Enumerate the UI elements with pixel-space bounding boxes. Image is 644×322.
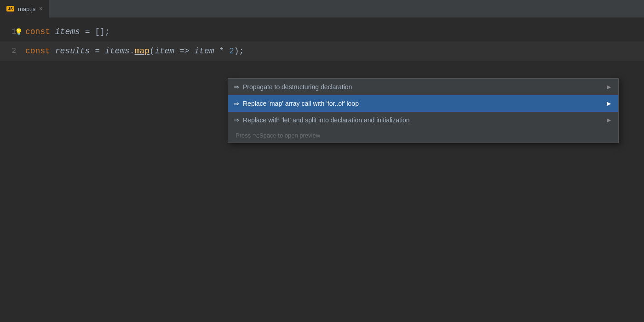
- menu-item-replace-let[interactable]: ⇒ Replace with 'let' and split into decl…: [228, 112, 618, 128]
- menu-label-propagate: Propagate to destructuring declaration: [243, 83, 352, 91]
- refactor-icon-2: ⇒: [234, 100, 239, 107]
- param-item-1: item: [155, 46, 174, 56]
- menu-label-replace-map: Replace 'map' array call with 'for..of' …: [243, 100, 359, 107]
- paren-open: (: [150, 46, 155, 56]
- param-item-2: item: [194, 46, 214, 56]
- op-assign-1: =: [80, 27, 95, 36]
- semi-1: ;: [105, 27, 110, 36]
- var-items-ref: items: [105, 46, 130, 56]
- op-assign-2: =: [90, 46, 104, 56]
- op-arrow: =>: [174, 46, 194, 56]
- op-multiply: *: [214, 46, 229, 56]
- code-line-2: 2 const results = items.map(item => item…: [0, 41, 644, 61]
- chevron-right-1: ▶: [607, 84, 611, 90]
- var-items: items: [55, 27, 80, 36]
- refactor-icon-3: ⇒: [234, 116, 239, 124]
- op-dot: .: [130, 46, 135, 56]
- chevron-right-2: ▶: [607, 100, 611, 107]
- menu-label-replace-let: Replace with 'let' and split into declar…: [243, 116, 410, 124]
- close-icon[interactable]: ×: [39, 6, 42, 12]
- menu-item-replace-map[interactable]: ⇒ Replace 'map' array call with 'for..of…: [228, 95, 618, 112]
- paren-close: ): [234, 46, 239, 56]
- tab-bar: JS map.js ×: [0, 0, 644, 17]
- keyword-const-2: const: [25, 46, 55, 56]
- chevron-right-3: ▶: [607, 117, 611, 123]
- var-results: results: [55, 46, 90, 56]
- lightbulb-icon[interactable]: 💡: [15, 28, 22, 35]
- code-line-1: 💡 1 const items = [];: [0, 22, 644, 41]
- code-content-2: const results = items.map(item => item *…: [25, 46, 244, 56]
- line-number-2: 2: [0, 47, 25, 55]
- bracket-1: []: [95, 27, 105, 36]
- tab-map-js[interactable]: JS map.js ×: [0, 0, 49, 17]
- context-menu: ⇒ Propagate to destructuring declaration…: [228, 78, 619, 143]
- code-content-1: const items = [];: [25, 27, 110, 36]
- menu-item-left-replace-map: ⇒ Replace 'map' array call with 'for..of…: [234, 100, 359, 107]
- menu-item-left-propagate: ⇒ Propagate to destructuring declaration: [234, 83, 352, 91]
- num-2: 2: [229, 46, 234, 56]
- keyword-const-1: const: [25, 27, 55, 36]
- refactor-icon-1: ⇒: [234, 83, 239, 91]
- semi-2: ;: [239, 46, 244, 56]
- menu-item-propagate[interactable]: ⇒ Propagate to destructuring declaration…: [228, 79, 618, 95]
- editor-area: 💡 1 const items = []; 2 const results = …: [0, 17, 644, 61]
- tab-filename: map.js: [18, 6, 35, 12]
- menu-hint: Press ⌥Space to open preview: [228, 128, 618, 143]
- menu-item-left-replace-let: ⇒ Replace with 'let' and split into decl…: [234, 116, 410, 124]
- js-badge: JS: [6, 6, 14, 12]
- fn-map: map: [135, 46, 150, 56]
